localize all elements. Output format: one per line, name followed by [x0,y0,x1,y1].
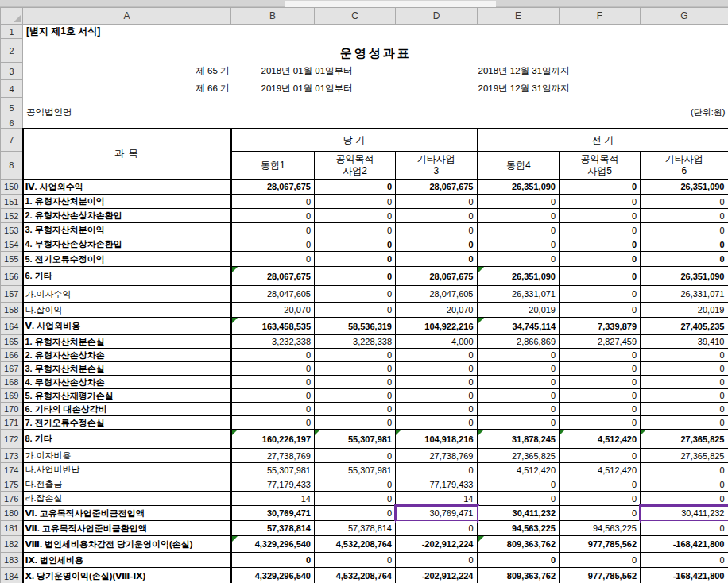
cell-C167[interactable]: 0 [315,362,396,376]
cell-B172[interactable]: 160,226,197 [231,430,315,449]
row-header-154[interactable]: 154 [1,237,23,252]
cell-C184[interactable]: 4,532,208,764 [315,568,396,583]
cell-E154[interactable]: 0 [478,237,560,252]
cell-E171[interactable]: 0 [478,416,560,430]
cell-C172[interactable]: 55,307,981 [315,430,396,449]
period-1-label[interactable]: 제 65 기 [23,63,231,80]
column-header-C[interactable]: C [315,8,396,25]
cell-D176[interactable]: 14 [396,492,478,506]
cell-A156[interactable]: 6. 기타 [23,267,231,286]
cell-B153[interactable]: 0 [231,223,315,237]
cell-C164[interactable]: 58,536,319 [315,318,396,335]
cell-C155[interactable]: 0 [315,252,396,267]
empty-cell[interactable] [641,80,728,98]
cell-D174[interactable]: 0 [396,463,478,477]
cell-A164[interactable]: Ⅴ. 사업외비용 [23,318,231,335]
cell-B166[interactable]: 0 [231,349,315,362]
cell-E156[interactable]: 26,351,090 [478,267,560,286]
column-header-E[interactable]: E [478,8,560,25]
cell-C151[interactable]: 0 [315,195,396,209]
cell-D171[interactable]: 0 [396,416,478,430]
cell-A170[interactable]: 6. 기타의 대손상각비 [23,403,231,416]
cell-E157[interactable]: 26,331,071 [478,286,560,303]
cell-F172[interactable]: 4,512,420 [560,430,641,449]
cell-F158[interactable]: 0 [560,303,641,318]
cell-B154[interactable]: 0 [231,237,315,252]
cell-B170[interactable]: 0 [231,403,315,416]
row-header-156[interactable]: 156 [1,267,23,286]
cell-B184[interactable]: 4,329,296,540 [231,568,315,583]
row-header-8[interactable]: 8 [1,152,23,180]
row-header-174[interactable]: 174 [1,463,23,477]
column-header-G[interactable]: G [641,8,728,25]
cell-D151[interactable]: 0 [396,195,478,209]
cell-D173[interactable]: 27,738,769 [396,449,478,463]
cell-F174[interactable]: 4,512,420 [560,463,641,477]
cell-F155[interactable]: 0 [560,252,641,267]
cell-A180[interactable]: Ⅵ. 고유목적사업준비금전입액 [23,506,231,521]
cell-C170[interactable]: 0 [315,403,396,416]
cell-A154[interactable]: 4. 무형자산손상차손환입 [23,237,231,252]
cell-E166[interactable]: 0 [478,349,560,362]
row-header-153[interactable]: 153 [1,223,23,237]
cell-E152[interactable]: 0 [478,209,560,223]
cell-G167[interactable]: 0 [641,362,728,376]
cell-G176[interactable]: 0 [641,492,728,506]
cell-A158[interactable]: 나.잡이익 [23,303,231,318]
cell-D155[interactable]: 0 [396,252,478,267]
cell-C153[interactable]: 0 [315,223,396,237]
cell-C180[interactable]: 0 [315,506,396,521]
cell-B176[interactable]: 14 [231,492,315,506]
cell-D157[interactable]: 28,047,605 [396,286,478,303]
cell-B157[interactable]: 28,047,605 [231,286,315,303]
cell-D165[interactable]: 4,000 [396,335,478,349]
cell-G165[interactable]: 39,410 [641,335,728,349]
row-header-157[interactable]: 157 [1,286,23,303]
cell-D168[interactable]: 0 [396,376,478,389]
cell-F171[interactable]: 0 [560,416,641,430]
cell-B183[interactable]: 0 [231,553,315,568]
cell-B152[interactable]: 0 [231,209,315,223]
row-header-181[interactable]: 181 [1,521,23,536]
cell-A153[interactable]: 3. 무형자산처분이익 [23,223,231,237]
header-subcol-C[interactable]: 공익목적 사업2 [315,152,396,180]
row-header-3[interactable]: 3 [1,63,23,80]
cell-A181[interactable]: Ⅶ. 고유목적사업준비금환입액 [23,521,231,536]
cell-F175[interactable]: 0 [560,477,641,492]
row-header-180[interactable]: 180 [1,506,23,521]
cell-C171[interactable]: 0 [315,416,396,430]
cell-B164[interactable]: 163,458,535 [231,318,315,335]
row-header-184[interactable]: 184 [1,568,23,583]
cell-B175[interactable]: 77,179,433 [231,477,315,492]
cell-G166[interactable]: 0 [641,349,728,362]
cell-G154[interactable]: 0 [641,237,728,252]
cell-B174[interactable]: 55,307,981 [231,463,315,477]
header-subcol-E[interactable]: 통합4 [478,152,560,180]
row-header-4[interactable]: 4 [1,80,23,98]
cell-C150[interactable]: 0 [315,180,396,195]
cell-G151[interactable]: 0 [641,195,728,209]
cell-C152[interactable]: 0 [315,209,396,223]
cell-F150[interactable]: 0 [560,180,641,195]
cell-F154[interactable]: 0 [560,237,641,252]
cell-G158[interactable]: 20,019 [641,303,728,318]
cell-G169[interactable]: 0 [641,389,728,403]
row-header-152[interactable]: 152 [1,209,23,223]
cell-A166[interactable]: 2. 유형자산손상차손 [23,349,231,362]
cell-A155[interactable]: 5. 전기오류수정이익 [23,252,231,267]
cell-C173[interactable]: 0 [315,449,396,463]
header-subcol-G[interactable]: 기타사업 6 [641,152,728,180]
column-header-A[interactable]: A [23,8,231,25]
cell-A152[interactable]: 2. 유형자산손상차손환입 [23,209,231,223]
cell-C175[interactable]: 0 [315,477,396,492]
cell-E183[interactable]: 0 [478,553,560,568]
cell-G155[interactable]: 0 [641,252,728,267]
cell-C176[interactable]: 0 [315,492,396,506]
row-header-6[interactable]: 6 [1,118,23,129]
cell-A168[interactable]: 4. 무형자산손상차손 [23,376,231,389]
period-2-from[interactable]: 2019년 01월 01일부터 [231,80,396,98]
cell-A173[interactable]: 가.이자비용 [23,449,231,463]
row-header-176[interactable]: 176 [1,492,23,506]
cell-A151[interactable]: 1. 유형자산처분이익 [23,195,231,209]
cell-B151[interactable]: 0 [231,195,315,209]
